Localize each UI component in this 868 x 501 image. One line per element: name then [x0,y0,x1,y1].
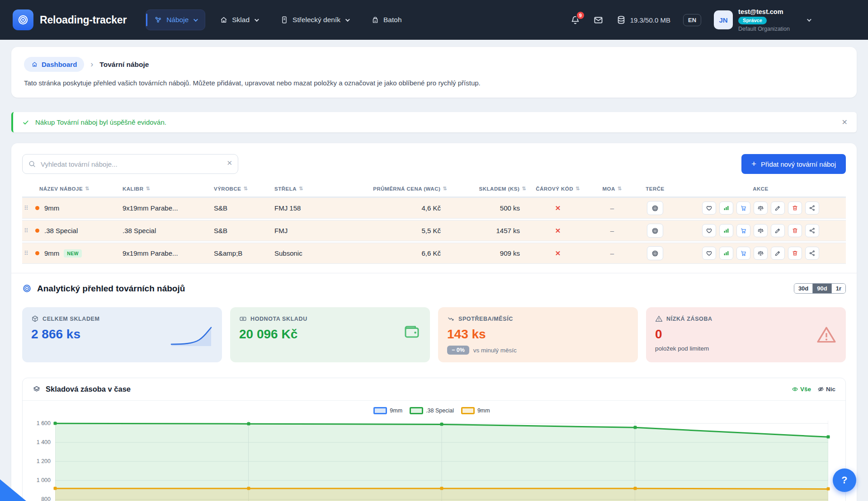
period-30d[interactable]: 30d [794,284,812,293]
nav-item-batoh[interactable]: Batoh [363,10,410,30]
data-point[interactable] [54,487,57,490]
app-logo[interactable] [13,9,33,30]
messages-button[interactable] [593,15,604,25]
heart-icon [706,250,712,257]
nav-item-naboje[interactable]: Náboje [146,9,205,30]
data-point[interactable] [827,487,830,491]
hide-all-series-button[interactable]: Nic [817,386,835,393]
scale-button[interactable] [754,224,768,237]
legend-swatch [461,407,475,414]
edit-button[interactable] [771,201,785,215]
sort-icon[interactable]: ⇅ [576,186,580,192]
stat-low-stock: NÍZKÁ ZÁSOBA 0 položek pod limitem [646,307,846,362]
page-title: Tovární náboje [99,61,149,69]
col-header-vyrobce[interactable]: Výrobce⇅ [214,186,274,192]
delete-button[interactable] [788,224,802,237]
col-header-nazev[interactable]: Název náboje⇅ [22,186,123,192]
favorite-button[interactable] [702,201,716,215]
close-icon[interactable]: ✕ [842,118,848,126]
col-header-moa[interactable]: MOA⇅ [590,186,635,192]
user-organization: Default Organization [738,26,790,32]
barcode-missing-icon: ✕ [526,204,590,212]
sort-icon[interactable]: ⇅ [243,186,248,192]
col-header-cena[interactable]: Průměrná cena (WAC)⇅ [339,186,447,192]
targets-button[interactable] [647,224,663,238]
stats-button[interactable] [719,247,733,260]
col-header-strela[interactable]: Střela⇅ [274,186,339,192]
row-actions [675,224,846,237]
data-point[interactable] [247,422,250,426]
table-row: ⠿ 9mm 9x19mm Parabe... S&B FMJ 158 4,6 K… [22,197,846,219]
buy-button[interactable] [736,247,750,260]
table-row: ⠿ 9mm NEW 9x19mm Parabe... S&amp;B Subso… [22,243,846,264]
stats-button[interactable] [719,224,733,237]
legend-label: .38 Special [426,407,454,414]
delete-button[interactable] [788,201,802,215]
chart-legend: 9mm .38 Special 9mm [27,407,836,414]
buy-button[interactable] [736,224,750,237]
scale-button[interactable] [754,247,768,260]
scale-button[interactable] [754,201,768,215]
wallet-icon [403,323,421,341]
stat-cards: CELKEM SKLADEM 2 866 ks HODNOTA SKLADU 2… [22,307,846,362]
help-button[interactable]: ? [833,468,856,492]
breadcrumb-dashboard-link[interactable]: Dashboard [24,57,84,72]
stats-button[interactable] [719,201,733,215]
data-point[interactable] [827,435,830,439]
data-point[interactable] [440,423,443,426]
sort-icon[interactable]: ⇅ [618,186,622,192]
sort-icon[interactable]: ⇅ [443,186,447,192]
stat-label: SPOTŘEBA/MĚSÍC [458,316,513,322]
legend-item[interactable]: 9mm [373,407,402,414]
sort-icon[interactable]: ⇅ [299,186,303,192]
col-header-carovy-kod[interactable]: Čárový kód⇅ [526,186,590,192]
breadcrumb-separator: › [90,60,93,69]
share-button[interactable] [805,224,819,237]
notifications-button[interactable]: 9 [570,15,580,25]
targets-button[interactable] [647,201,663,215]
col-header-kalibr[interactable]: Kalibr⇅ [123,186,214,192]
share-button[interactable] [805,201,819,215]
moa-value: – [590,227,635,234]
sort-icon[interactable]: ⇅ [522,186,526,192]
page-header-card: Dashboard › Tovární náboje Tato stránka … [11,47,857,98]
edit-button[interactable] [771,224,785,237]
buy-button[interactable] [736,201,750,215]
factory-ammo-card: ✕ + Přidat nový tovární náboj Název nábo… [11,143,857,501]
row-actions [675,201,846,215]
edit-button[interactable] [771,247,785,260]
legend-item[interactable]: 9mm [461,407,490,414]
show-all-series-button[interactable]: Vše [792,386,811,393]
search-input[interactable] [22,154,238,174]
favorite-button[interactable] [702,247,716,260]
clear-search-icon[interactable]: ✕ [226,159,232,167]
drag-handle-icon[interactable]: ⠿ [24,250,33,257]
add-ammo-button[interactable]: + Přidat nový tovární náboj [741,154,846,174]
delete-button[interactable] [788,247,802,260]
language-switcher[interactable]: EN [683,14,701,26]
user-menu[interactable]: JN test@test.com Správce Default Organiz… [714,8,810,32]
share-button[interactable] [805,247,819,260]
data-point[interactable] [247,487,250,490]
nav-label: Sklad [232,16,250,24]
favorite-button[interactable] [702,224,716,237]
nav-item-strelecky-denik[interactable]: Střelecký deník [272,10,357,30]
nav-item-sklad[interactable]: Sklad [212,10,266,30]
targets-button[interactable] [647,246,663,260]
period-90d[interactable]: 90d [812,284,831,293]
drag-handle-icon[interactable]: ⠿ [24,205,33,211]
sort-icon[interactable]: ⇅ [146,186,150,192]
period-1r[interactable]: 1r [831,284,845,293]
sort-icon[interactable]: ⇅ [85,186,90,192]
data-point[interactable] [633,426,637,429]
bar-chart-icon [723,250,730,257]
data-point[interactable] [440,487,443,490]
ammo-strela: Subsonic [274,249,339,257]
legend-item[interactable]: .38 Special [410,407,454,414]
data-point[interactable] [54,422,57,425]
period-toggle: 30d 90d 1r [794,283,846,294]
drag-handle-icon[interactable]: ⠿ [24,227,33,234]
stat-label: NÍZKÁ ZÁSOBA [666,316,712,322]
col-header-skladem[interactable]: Skladem (ks)⇅ [447,186,526,192]
data-point[interactable] [633,487,637,490]
